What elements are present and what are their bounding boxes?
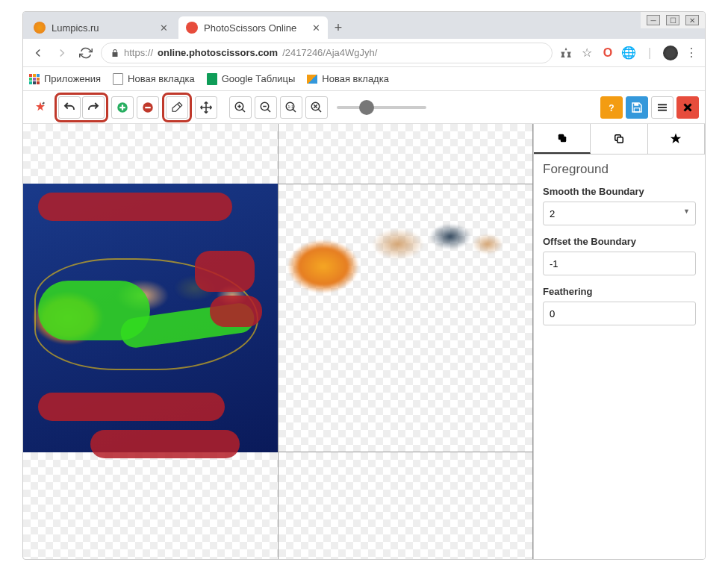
separator: | [642,46,657,60]
feathering-label: Feathering [543,286,696,297]
url-host: online.photoscissors.com [158,47,278,58]
preview-canvas[interactable] [279,124,534,559]
minimize-button[interactable]: ─ [647,15,660,25]
reload-button[interactable] [77,44,95,62]
window-controls: ─ ☐ ✕ [641,12,705,28]
browser-menu-icon[interactable]: ⋮ [684,46,699,60]
zoom-fit-button[interactable] [305,96,328,119]
background-stroke [38,193,232,221]
globe-icon[interactable]: 🌐 [621,46,636,60]
zoom-actual-button[interactable]: 1:1 [280,96,302,119]
close-button[interactable] [676,96,699,119]
lock-icon [111,49,119,57]
tab-close-icon[interactable]: ✕ [160,22,168,34]
apps-button[interactable]: Приложения [29,73,101,84]
background-stroke [195,251,255,292]
background-stroke [210,296,262,327]
close-window-button[interactable]: ✕ [685,15,699,25]
bookmark-new-tab-1[interactable]: Новая вкладка [113,73,195,85]
tab-close-icon[interactable]: ✕ [312,22,320,34]
canvas-area [23,124,533,559]
side-panel: Foreground Smooth the Boundary Offset th… [533,124,705,559]
back-button[interactable] [29,44,47,62]
url-scheme: https:// [124,47,153,58]
offset-label: Offset the Boundary [543,236,696,247]
favicon-lumpics [34,22,46,34]
panel-title: Foreground [543,162,696,177]
new-tab-button[interactable]: + [328,17,349,38]
background-stroke [38,393,225,421]
profile-avatar[interactable] [663,46,678,60]
app-body: Foreground Smooth the Boundary Offset th… [23,124,705,559]
source-image [23,184,278,452]
foreground-marker-button[interactable] [111,96,134,119]
svg-text:1:1: 1:1 [288,104,293,108]
tab-title: PhotoScissors Online [204,22,296,34]
favicon-photoscissors [186,22,198,34]
save-button[interactable] [626,96,648,119]
preview-bounds [279,184,533,452]
slider-thumb[interactable] [359,100,374,115]
bookmarks-bar: Приложения Новая вкладка Google Таблицы … [23,67,705,91]
opera-icon[interactable]: O [600,46,615,60]
zoom-in-button[interactable] [229,96,252,119]
menu-button[interactable] [651,96,673,119]
app-toolbar: 1:1 ? [23,91,705,124]
maximize-button[interactable]: ☐ [666,15,679,25]
url-input[interactable]: https://online.photoscissors.com/2417246… [101,43,553,63]
image-icon [307,75,317,84]
sheets-icon [207,73,217,85]
bookmark-new-tab-2[interactable]: Новая вкладка [307,73,389,84]
background-tab[interactable] [591,124,647,154]
background-marker-button[interactable] [137,96,159,119]
address-bar: https://online.photoscissors.com/2417246… [23,39,705,67]
translate-icon[interactable] [559,46,573,60]
apps-label: Приложения [44,73,101,84]
feathering-input[interactable] [543,302,696,325]
tab-title: Lumpics.ru [52,22,99,34]
foreground-tab[interactable] [534,124,591,154]
svg-rect-8 [634,103,638,106]
editing-canvas[interactable] [23,124,279,559]
smooth-label: Smooth the Boundary [543,186,696,197]
move-button[interactable] [195,96,217,119]
bookmark-google-sheets[interactable]: Google Таблицы [207,73,296,85]
star-icon[interactable]: ☆ [579,46,594,60]
brush-size-slider[interactable] [337,106,426,109]
bookmark-label: Новая вкладка [128,73,195,84]
bookmark-label: Новая вкладка [322,73,389,84]
background-stroke [90,430,240,458]
tab-photoscissors[interactable]: PhotoScissors Online ✕ [178,16,328,39]
redo-button[interactable] [82,96,105,119]
undo-button[interactable] [58,96,81,119]
panel-tabs [534,124,705,155]
help-button[interactable]: ? [600,96,623,119]
cutout-preview [286,199,517,319]
app-logo-icon[interactable] [29,96,52,119]
svg-text:?: ? [609,102,614,113]
bookmark-label: Google Таблицы [222,73,296,84]
svg-rect-11 [560,137,566,143]
forward-button[interactable] [53,44,71,62]
smooth-select[interactable] [543,202,696,225]
svg-rect-9 [634,107,640,111]
panel-body: Foreground Smooth the Boundary Offset th… [534,155,705,343]
eraser-highlight [162,93,192,122]
svg-rect-13 [617,137,623,143]
undo-redo-highlight [55,93,108,122]
document-icon [113,73,123,85]
zoom-out-button[interactable] [255,96,277,119]
apps-grid-icon [29,74,40,84]
eraser-button[interactable] [166,96,188,119]
url-path: /2417246/Aja4WgJyh/ [282,47,377,58]
effects-tab[interactable] [648,124,705,154]
offset-input[interactable] [543,252,696,275]
tab-lumpics[interactable]: Lumpics.ru ✕ [26,16,175,39]
browser-tab-bar: Lumpics.ru ✕ PhotoScissors Online ✕ + [23,12,705,39]
